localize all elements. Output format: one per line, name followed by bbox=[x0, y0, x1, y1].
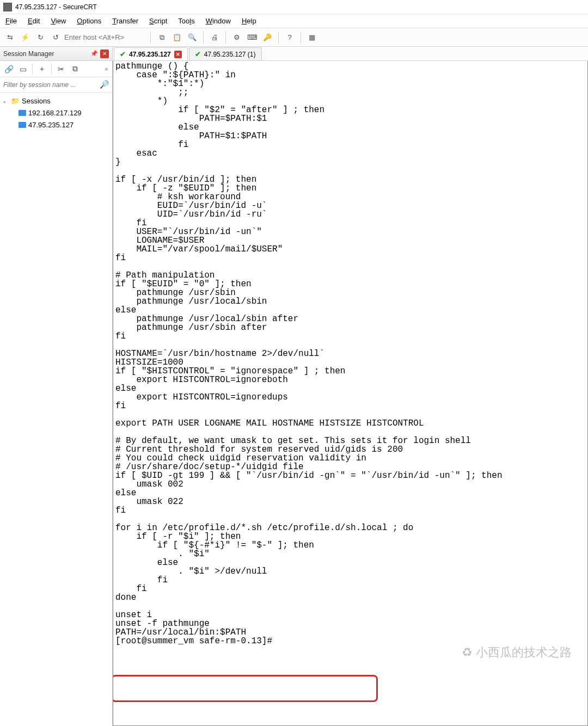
menu-transfer[interactable]: Transfer bbox=[112, 17, 138, 25]
session-filter: 🔎 bbox=[0, 77, 112, 93]
more-icon[interactable]: » bbox=[105, 66, 110, 72]
tree-host-item[interactable]: 47.95.235.127 bbox=[0, 119, 112, 131]
main-toolbar: ⇆ ⚡ ↻ ↺ ⧉ 📋 🔍 🖨 ⚙ ⌨ 🔑 ? ▦ bbox=[0, 28, 588, 47]
connected-check-icon: ✔ bbox=[195, 50, 201, 58]
toolbar-separator bbox=[203, 32, 204, 44]
tree-host-label: 192.168.217.129 bbox=[28, 109, 82, 117]
quick-connect-icon[interactable]: ⚡ bbox=[19, 31, 32, 44]
key-icon[interactable]: 🔑 bbox=[261, 31, 274, 44]
toolbar-separator bbox=[150, 32, 151, 44]
reconnect-all-icon[interactable]: ↺ bbox=[49, 31, 62, 44]
session-manager-header: Session Manager 📌 ✕ bbox=[0, 47, 112, 61]
watermark-text: 小西瓜的技术之路 bbox=[476, 644, 572, 661]
toolbar-separator bbox=[301, 32, 301, 44]
link-icon[interactable]: 🔗 bbox=[2, 63, 15, 76]
menu-window[interactable]: Window bbox=[206, 17, 231, 25]
keyboard-icon[interactable]: ⌨ bbox=[246, 31, 259, 44]
content-area: ✔ 47.95.235.127 ✕ ✔ 47.95.235.127 (1) pa… bbox=[113, 47, 588, 726]
menu-view[interactable]: View bbox=[51, 17, 66, 25]
print-icon[interactable]: 🖨 bbox=[208, 31, 221, 44]
tree-root-label: Sessions bbox=[22, 97, 51, 105]
window-title: 47.95.235.127 - SecureCRT bbox=[15, 3, 97, 11]
find-icon[interactable]: 🔍 bbox=[186, 31, 199, 44]
copy-icon[interactable]: ⧉ bbox=[155, 31, 168, 44]
menu-help[interactable]: Help bbox=[242, 17, 256, 25]
cut-icon[interactable]: ✂ bbox=[54, 63, 68, 76]
host-icon bbox=[19, 122, 26, 128]
watermark: ♻ 小西瓜的技术之路 bbox=[462, 644, 572, 661]
tree-host-label: 47.95.235.127 bbox=[28, 121, 74, 129]
tab-close-icon[interactable]: ✕ bbox=[174, 51, 182, 58]
filter-input[interactable] bbox=[0, 77, 112, 92]
tree-host-item[interactable]: 192.168.217.129 bbox=[0, 107, 112, 119]
host-icon bbox=[19, 110, 26, 116]
settings-icon[interactable]: ⚙ bbox=[230, 31, 243, 44]
activator-icon[interactable]: ▦ bbox=[305, 31, 318, 44]
session-manager-panel: Session Manager 📌 ✕ 🔗 ▭ ＋ ✂ ⧉ » 🔎 ⌄ 📁 Se… bbox=[0, 47, 113, 726]
session-manager-title: Session Manager bbox=[3, 50, 54, 58]
tab-label: 47.95.235.127 (1) bbox=[204, 51, 256, 58]
search-icon[interactable]: 🔎 bbox=[100, 80, 109, 89]
app-icon bbox=[3, 3, 12, 11]
menu-script[interactable]: Script bbox=[149, 17, 167, 25]
chevron-down-icon[interactable]: ⌄ bbox=[2, 98, 9, 104]
toolbar-separator bbox=[51, 64, 52, 75]
reconnect-icon[interactable]: ↻ bbox=[34, 31, 47, 44]
new-tab-icon[interactable]: ▭ bbox=[16, 63, 29, 76]
window-titlebar: 47.95.235.127 - SecureCRT bbox=[0, 0, 588, 14]
connected-check-icon: ✔ bbox=[120, 50, 126, 58]
toolbar-separator bbox=[225, 32, 226, 44]
connect-icon[interactable]: ⇆ bbox=[3, 31, 16, 44]
menu-options[interactable]: Options bbox=[77, 17, 101, 25]
add-icon[interactable]: ＋ bbox=[35, 63, 48, 76]
session-tree: ⌄ 📁 Sessions 192.168.217.129 47.95.235.1… bbox=[0, 93, 112, 726]
menu-bar: File Edit View Options Transfer Script T… bbox=[0, 14, 588, 28]
terminal-output[interactable]: pathmunge () { case ":${PATH}:" in *:"$1… bbox=[113, 61, 587, 647]
tab-label: 47.95.235.127 bbox=[129, 51, 171, 58]
tab-bar: ✔ 47.95.235.127 ✕ ✔ 47.95.235.127 (1) bbox=[113, 47, 588, 61]
tab-active[interactable]: ✔ 47.95.235.127 ✕ bbox=[114, 47, 188, 60]
toolbar-separator bbox=[32, 64, 33, 75]
highlight-box bbox=[113, 675, 378, 702]
main-area: Session Manager 📌 ✕ 🔗 ▭ ＋ ✂ ⧉ » 🔎 ⌄ 📁 Se… bbox=[0, 47, 588, 726]
host-input[interactable] bbox=[64, 33, 146, 41]
copy-session-icon[interactable]: ⧉ bbox=[69, 63, 82, 76]
menu-file[interactable]: File bbox=[5, 17, 17, 25]
help-icon[interactable]: ? bbox=[283, 31, 296, 44]
terminal-wrap: pathmunge () { case ":${PATH}:" in *:"$1… bbox=[113, 61, 588, 726]
session-toolbar: 🔗 ▭ ＋ ✂ ⧉ » bbox=[0, 61, 112, 77]
paste-icon[interactable]: 📋 bbox=[170, 31, 183, 44]
tree-root-sessions[interactable]: ⌄ 📁 Sessions bbox=[0, 95, 112, 107]
menu-tools[interactable]: Tools bbox=[178, 17, 194, 25]
pin-icon[interactable]: 📌 bbox=[90, 50, 98, 58]
menu-edit[interactable]: Edit bbox=[28, 17, 40, 25]
wechat-icon: ♻ bbox=[462, 645, 473, 660]
toolbar-separator bbox=[278, 32, 279, 44]
close-panel-icon[interactable]: ✕ bbox=[100, 50, 109, 58]
folder-icon: 📁 bbox=[11, 97, 20, 105]
tab-inactive[interactable]: ✔ 47.95.235.127 (1) bbox=[189, 47, 262, 60]
